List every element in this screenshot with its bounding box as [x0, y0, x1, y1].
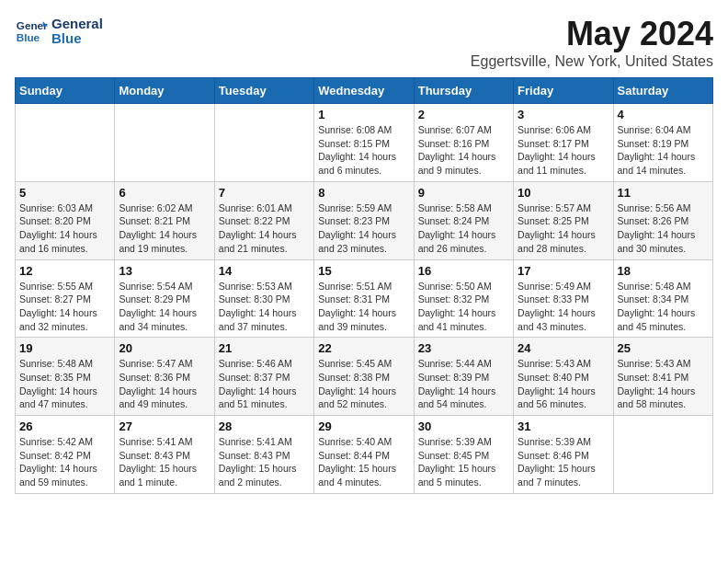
day-number: 12 — [19, 264, 110, 278]
day-info: Sunrise: 5:58 AMSunset: 8:24 PMDaylight:… — [418, 201, 509, 256]
day-info: Sunrise: 5:42 AMSunset: 8:42 PMDaylight:… — [19, 435, 110, 489]
calendar-cell: 15Sunrise: 5:51 AMSunset: 8:31 PMDayligh… — [314, 259, 414, 338]
calendar-cell: 30Sunrise: 5:39 AMSunset: 8:45 PMDayligh… — [414, 416, 513, 494]
svg-text:Blue: Blue — [17, 31, 40, 43]
calendar-cell: 1Sunrise: 6:08 AMSunset: 8:15 PMDaylight… — [314, 104, 414, 182]
logo-blue: Blue — [51, 31, 103, 47]
day-number: 26 — [19, 419, 110, 433]
calendar-cell: 26Sunrise: 5:42 AMSunset: 8:42 PMDayligh… — [16, 416, 115, 494]
calendar-cell: 28Sunrise: 5:41 AMSunset: 8:43 PMDayligh… — [214, 416, 313, 494]
day-number: 11 — [618, 186, 709, 200]
day-number: 16 — [418, 264, 509, 278]
calendar-cell: 2Sunrise: 6:07 AMSunset: 8:16 PMDaylight… — [414, 104, 513, 182]
day-number: 23 — [418, 341, 509, 355]
day-number: 21 — [219, 341, 310, 355]
calendar-cell: 22Sunrise: 5:45 AMSunset: 8:38 PMDayligh… — [314, 338, 414, 416]
day-number: 6 — [119, 186, 210, 200]
day-number: 17 — [518, 264, 609, 278]
day-info: Sunrise: 5:39 AMSunset: 8:46 PMDaylight:… — [518, 435, 609, 489]
day-info: Sunrise: 5:56 AMSunset: 8:26 PMDaylight:… — [618, 201, 709, 256]
header-wednesday: Wednesday — [314, 78, 414, 104]
day-info: Sunrise: 5:41 AMSunset: 8:43 PMDaylight:… — [219, 435, 310, 489]
day-info: Sunrise: 5:43 AMSunset: 8:41 PMDaylight:… — [618, 357, 709, 411]
day-number: 8 — [318, 186, 409, 200]
header-friday: Friday — [514, 78, 613, 104]
header-monday: Monday — [115, 78, 214, 104]
calendar-cell — [613, 416, 712, 494]
day-number: 2 — [418, 108, 509, 121]
calendar-cell: 9Sunrise: 5:58 AMSunset: 8:24 PMDaylight… — [414, 181, 513, 259]
day-info: Sunrise: 6:01 AMSunset: 8:22 PMDaylight:… — [219, 201, 310, 256]
calendar-cell: 17Sunrise: 5:49 AMSunset: 8:33 PMDayligh… — [514, 259, 613, 338]
day-info: Sunrise: 5:41 AMSunset: 8:43 PMDaylight:… — [119, 435, 210, 489]
calendar-cell: 16Sunrise: 5:50 AMSunset: 8:32 PMDayligh… — [414, 259, 513, 338]
calendar-title: May 2024 — [471, 15, 713, 53]
calendar-cell: 5Sunrise: 6:03 AMSunset: 8:20 PMDaylight… — [16, 181, 115, 259]
day-info: Sunrise: 5:48 AMSunset: 8:34 PMDaylight:… — [618, 280, 709, 334]
day-info: Sunrise: 6:06 AMSunset: 8:17 PMDaylight:… — [518, 123, 609, 178]
day-info: Sunrise: 5:48 AMSunset: 8:35 PMDaylight:… — [19, 357, 110, 411]
calendar-cell: 3Sunrise: 6:06 AMSunset: 8:17 PMDaylight… — [514, 104, 613, 182]
day-number: 18 — [618, 264, 709, 278]
day-info: Sunrise: 6:02 AMSunset: 8:21 PMDaylight:… — [119, 201, 210, 256]
calendar-cell: 29Sunrise: 5:40 AMSunset: 8:44 PMDayligh… — [314, 416, 414, 494]
day-info: Sunrise: 5:59 AMSunset: 8:23 PMDaylight:… — [318, 201, 409, 256]
day-number: 5 — [19, 186, 110, 200]
day-number: 25 — [618, 341, 709, 355]
calendar-cell: 8Sunrise: 5:59 AMSunset: 8:23 PMDaylight… — [314, 181, 414, 259]
calendar-cell: 21Sunrise: 5:46 AMSunset: 8:37 PMDayligh… — [214, 338, 313, 416]
day-info: Sunrise: 6:07 AMSunset: 8:16 PMDaylight:… — [418, 123, 509, 178]
calendar-cell: 12Sunrise: 5:55 AMSunset: 8:27 PMDayligh… — [16, 259, 115, 338]
day-info: Sunrise: 5:57 AMSunset: 8:25 PMDaylight:… — [518, 201, 609, 256]
day-info: Sunrise: 5:53 AMSunset: 8:30 PMDaylight:… — [219, 280, 310, 334]
day-number: 4 — [618, 108, 709, 121]
logo: General Blue General Blue — [15, 15, 103, 48]
day-info: Sunrise: 5:45 AMSunset: 8:38 PMDaylight:… — [318, 357, 409, 411]
calendar-cell: 23Sunrise: 5:44 AMSunset: 8:39 PMDayligh… — [414, 338, 513, 416]
day-info: Sunrise: 5:40 AMSunset: 8:44 PMDaylight:… — [318, 435, 409, 489]
calendar-cell: 31Sunrise: 5:39 AMSunset: 8:46 PMDayligh… — [514, 416, 613, 494]
day-info: Sunrise: 5:54 AMSunset: 8:29 PMDaylight:… — [119, 280, 210, 334]
calendar-cell: 24Sunrise: 5:43 AMSunset: 8:40 PMDayligh… — [514, 338, 613, 416]
day-number: 30 — [418, 419, 509, 433]
calendar-cell — [115, 104, 214, 182]
header-saturday: Saturday — [613, 78, 712, 104]
calendar-cell — [16, 104, 115, 182]
day-number: 13 — [119, 264, 210, 278]
calendar-cell: 10Sunrise: 5:57 AMSunset: 8:25 PMDayligh… — [514, 181, 613, 259]
day-info: Sunrise: 6:04 AMSunset: 8:19 PMDaylight:… — [618, 123, 709, 178]
calendar-cell: 6Sunrise: 6:02 AMSunset: 8:21 PMDaylight… — [115, 181, 214, 259]
calendar-cell: 11Sunrise: 5:56 AMSunset: 8:26 PMDayligh… — [613, 181, 712, 259]
day-info: Sunrise: 5:51 AMSunset: 8:31 PMDaylight:… — [318, 280, 409, 334]
day-number: 7 — [219, 186, 310, 200]
day-number: 10 — [518, 186, 609, 200]
calendar-cell: 20Sunrise: 5:47 AMSunset: 8:36 PMDayligh… — [115, 338, 214, 416]
header-thursday: Thursday — [414, 78, 513, 104]
calendar-cell: 25Sunrise: 5:43 AMSunset: 8:41 PMDayligh… — [613, 338, 712, 416]
day-info: Sunrise: 5:43 AMSunset: 8:40 PMDaylight:… — [518, 357, 609, 411]
header-tuesday: Tuesday — [214, 78, 313, 104]
calendar-cell: 7Sunrise: 6:01 AMSunset: 8:22 PMDaylight… — [214, 181, 313, 259]
day-number: 3 — [518, 108, 609, 121]
calendar-cell: 13Sunrise: 5:54 AMSunset: 8:29 PMDayligh… — [115, 259, 214, 338]
calendar-cell: 14Sunrise: 5:53 AMSunset: 8:30 PMDayligh… — [214, 259, 313, 338]
title-area: May 2024 Eggertsville, New York, United … — [471, 15, 713, 70]
logo-icon: General Blue — [15, 15, 48, 48]
day-number: 22 — [318, 341, 409, 355]
logo-general: General — [51, 17, 103, 32]
day-number: 19 — [19, 341, 110, 355]
day-info: Sunrise: 5:55 AMSunset: 8:27 PMDaylight:… — [19, 280, 110, 334]
calendar-cell: 27Sunrise: 5:41 AMSunset: 8:43 PMDayligh… — [115, 416, 214, 494]
day-info: Sunrise: 5:50 AMSunset: 8:32 PMDaylight:… — [418, 280, 509, 334]
day-number: 27 — [119, 419, 210, 433]
day-number: 24 — [518, 341, 609, 355]
day-number: 15 — [318, 264, 409, 278]
calendar-cell: 19Sunrise: 5:48 AMSunset: 8:35 PMDayligh… — [16, 338, 115, 416]
calendar-cell: 4Sunrise: 6:04 AMSunset: 8:19 PMDaylight… — [613, 104, 712, 182]
day-info: Sunrise: 6:08 AMSunset: 8:15 PMDaylight:… — [318, 123, 409, 178]
header-sunday: Sunday — [16, 78, 115, 104]
day-info: Sunrise: 5:47 AMSunset: 8:36 PMDaylight:… — [119, 357, 210, 411]
day-number: 14 — [219, 264, 310, 278]
day-number: 20 — [119, 341, 210, 355]
day-info: Sunrise: 5:44 AMSunset: 8:39 PMDaylight:… — [418, 357, 509, 411]
